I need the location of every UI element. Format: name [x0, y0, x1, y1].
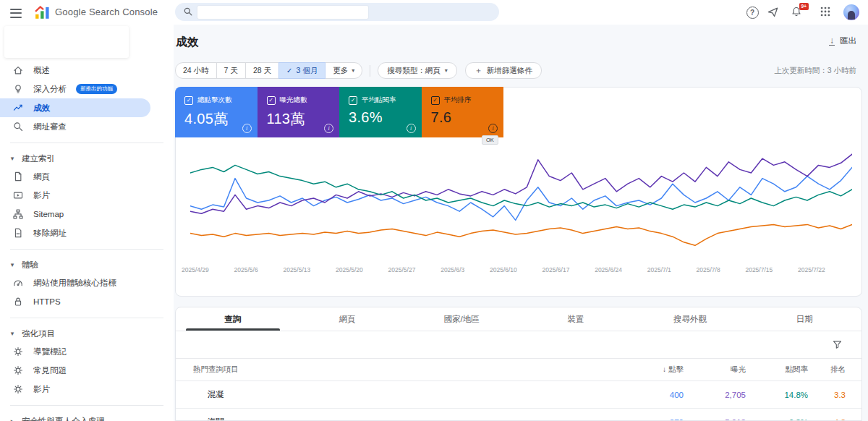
- metric-cell: 370: [627, 418, 689, 421]
- notification-badge: 9+: [799, 3, 809, 10]
- table-body: 混凝4002,70514.8%3.3海關3705,9136.3%4.3: [176, 381, 861, 421]
- metric-cell: 400: [627, 391, 689, 399]
- google-search-console-app: Google Search Console ? 9+ 概述深入分析新推出的功能成…: [0, 0, 868, 421]
- sidebar-item-label: 概述: [33, 65, 50, 76]
- date-range-button[interactable]: ✓3 個月: [278, 62, 326, 79]
- metric-card[interactable]: ✓曝光總數 113萬 i: [258, 87, 340, 137]
- metric-card[interactable]: ✓平均排序 7.6 i: [422, 87, 504, 137]
- x-axis-tick-label: 2025/6/10: [490, 266, 517, 273]
- sidebar-section[interactable]: ▾體驗: [0, 256, 174, 273]
- gear-icon: [12, 383, 24, 395]
- table-header-query: 熱門查詢項目: [176, 365, 627, 375]
- info-icon[interactable]: i: [407, 124, 416, 133]
- x-axis-tick-label: 2025/6/3: [441, 266, 464, 273]
- tab-國家/地區[interactable]: 國家/地區: [404, 307, 519, 331]
- sidebar-item[interactable]: 概述: [0, 61, 174, 80]
- sidebar-divider: [10, 318, 163, 318]
- search-type-button[interactable]: 搜尋類型：網頁 ▾: [378, 62, 457, 79]
- metric-cell: 5,913: [689, 418, 752, 421]
- table-header-col[interactable]: ↓點擊: [627, 365, 689, 375]
- gear-icon: [12, 365, 24, 376]
- metric-cell: 2,705: [689, 391, 752, 399]
- sidebar-section-label: 體驗: [22, 260, 38, 271]
- sidebar-item[interactable]: 影片: [0, 380, 174, 399]
- table-header-col[interactable]: 排名: [814, 365, 861, 375]
- metric-cell: 4.3: [814, 418, 861, 421]
- search-input[interactable]: [199, 0, 310, 20]
- x-axis-tick-label: 2025/7/8: [697, 266, 720, 273]
- sidebar-item[interactable]: 深入分析新推出的功能: [0, 80, 174, 98]
- chevron-down-icon: ▾: [445, 67, 448, 74]
- table-row[interactable]: 混凝4002,70514.8%3.3: [176, 381, 861, 409]
- table-header-col[interactable]: 曝光: [689, 365, 752, 375]
- sidebar-item-label: Sitemap: [33, 210, 64, 218]
- tab-網頁[interactable]: 網頁: [290, 307, 404, 331]
- sidebar-item[interactable]: 網頁: [0, 167, 174, 186]
- sidebar-section[interactable]: ▾建立索引: [0, 150, 174, 167]
- sidebar-item[interactable]: 導覽標記: [0, 342, 174, 361]
- query-cell: 混凝: [176, 389, 627, 400]
- avatar[interactable]: [843, 4, 859, 20]
- sidebar-nav: 概述深入分析新推出的功能成效網址審查▾建立索引網頁影片Sitemap移除網址▾體…: [0, 61, 174, 421]
- tab-查詢[interactable]: 查詢: [176, 307, 290, 331]
- sidebar-item-label: 深入分析: [33, 84, 67, 95]
- help-icon[interactable]: ?: [745, 5, 760, 20]
- sidebar-item-label: 成效: [33, 103, 50, 114]
- sidebar-divider: [10, 143, 163, 143]
- apps-grid-icon[interactable]: [820, 6, 834, 20]
- performance-chart-panel: ✓總點擊次數 4.05萬 i✓曝光總數 113萬 i✓平均點閱率 3.6% i✓…: [175, 87, 862, 297]
- performance-line-chart: [190, 145, 852, 255]
- sidebar-item[interactable]: 網址審查: [0, 117, 174, 136]
- hamburger-menu-icon[interactable]: [9, 6, 23, 19]
- date-range-button[interactable]: 更多▾: [325, 62, 362, 79]
- x-axis-tick-label: 2025/6/17: [542, 266, 570, 273]
- sidebar-item[interactable]: HTTPS: [0, 292, 174, 311]
- sidebar: 概述深入分析新推出的功能成效網址審查▾建立索引網頁影片Sitemap移除網址▾體…: [0, 25, 174, 421]
- sidebar-section[interactable]: ▸安全性與專人介入處理: [0, 412, 174, 421]
- sort-desc-icon: ↓: [663, 365, 666, 373]
- info-icon[interactable]: i: [324, 124, 333, 133]
- metric-card-label: 平均點閱率: [362, 95, 396, 105]
- x-axis-tick-label: 2025/7/15: [745, 266, 773, 273]
- metric-cards: ✓總點擊次數 4.05萬 i✓曝光總數 113萬 i✓平均點閱率 3.6% i✓…: [175, 87, 503, 137]
- sidebar-section-label: 強化項目: [22, 328, 55, 339]
- date-range-button[interactable]: 7 天: [216, 62, 246, 79]
- removal-icon: [12, 227, 24, 239]
- export-button[interactable]: ↓ 匯出: [829, 35, 856, 46]
- metric-card[interactable]: ✓平均點閱率 3.6% i: [339, 87, 422, 137]
- checkbox-icon[interactable]: ✓: [349, 96, 357, 105]
- info-icon[interactable]: i: [488, 124, 498, 133]
- sidebar-section[interactable]: ▾強化項目: [0, 325, 174, 342]
- table-row[interactable]: 海關3705,9136.3%4.3: [176, 409, 861, 421]
- sidebar-item[interactable]: Sitemap: [0, 205, 174, 224]
- checkbox-icon[interactable]: ✓: [184, 96, 193, 105]
- chart-x-axis-labels: 2025/4/292025/5/62025/5/132025/5/202025/…: [182, 266, 825, 273]
- x-axis-tick-label: 2025/6/24: [595, 266, 622, 273]
- tab-搜尋外觀[interactable]: 搜尋外觀: [633, 307, 747, 331]
- new-filter-button[interactable]: ＋ 新增篩選條件: [465, 62, 542, 79]
- ok-tooltip: OK: [482, 135, 498, 145]
- sidebar-item-label: 導覽標記: [33, 346, 67, 357]
- sidebar-item[interactable]: 常見問題: [0, 361, 174, 380]
- checkbox-icon[interactable]: ✓: [431, 96, 440, 105]
- tab-日期[interactable]: 日期: [747, 307, 861, 331]
- video-icon: [12, 190, 24, 201]
- info-icon[interactable]: i: [242, 124, 252, 133]
- date-range-button[interactable]: 28 天: [245, 62, 279, 79]
- checkbox-icon[interactable]: ✓: [267, 96, 276, 105]
- metric-card[interactable]: ✓總點擊次數 4.05萬 i: [175, 87, 258, 137]
- tab-裝置[interactable]: 裝置: [519, 307, 633, 331]
- sidebar-item-label: 網址審查: [33, 122, 67, 132]
- sidebar-item[interactable]: 成效: [0, 98, 150, 117]
- notifications-icon[interactable]: 9+: [791, 6, 805, 20]
- filter-funnel-icon[interactable]: [832, 339, 843, 350]
- sidebar-section-label: 建立索引: [22, 153, 55, 164]
- feedback-icon[interactable]: [767, 6, 781, 20]
- sidebar-item[interactable]: 移除網址: [0, 224, 174, 242]
- table-header-col[interactable]: 點閱率: [752, 365, 814, 375]
- property-selector-redacted[interactable]: [4, 26, 129, 58]
- sidebar-item[interactable]: 影片: [0, 186, 174, 205]
- date-range-button[interactable]: 24 小時: [175, 62, 217, 79]
- date-range-group: 24 小時7 天28 天✓3 個月更多▾: [175, 62, 362, 79]
- sidebar-item[interactable]: 網站使用體驗核心指標: [0, 273, 174, 292]
